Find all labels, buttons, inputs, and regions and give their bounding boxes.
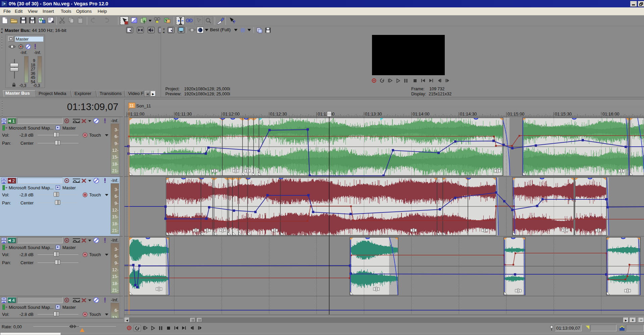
svg-text:01:16:00: 01:16:00 <box>602 111 620 116</box>
svg-text:?: ? <box>233 19 235 25</box>
svg-text:01:15:00: 01:15:00 <box>507 111 525 116</box>
svg-text:Son_11: Son_11 <box>136 103 151 108</box>
svg-text:?: ? <box>31 20 33 23</box>
svg-text:01:11:30: 01:11:30 <box>175 111 192 116</box>
svg-text:01:11:00: 01:11:00 <box>128 111 145 116</box>
svg-text:11: 11 <box>129 103 134 108</box>
